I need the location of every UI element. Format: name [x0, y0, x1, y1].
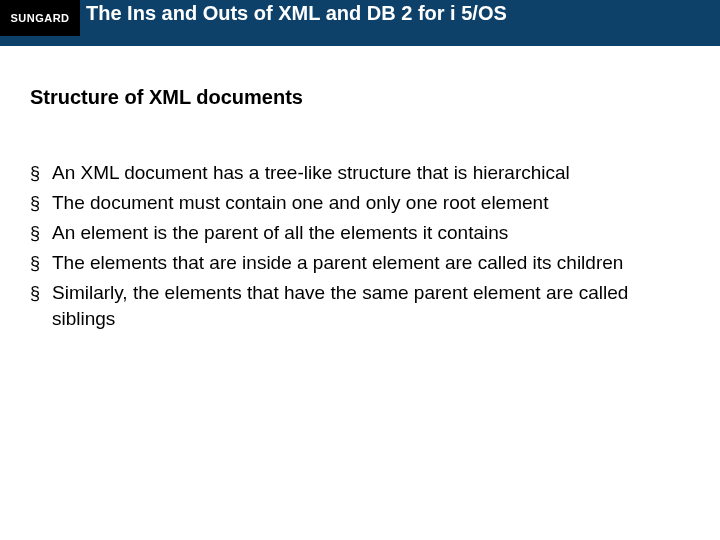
bullet-icon: § — [30, 220, 52, 246]
bullet-text: An element is the parent of all the elem… — [52, 220, 680, 246]
bullet-text: Similarly, the elements that have the sa… — [52, 280, 680, 332]
list-item: § The document must contain one and only… — [30, 190, 680, 216]
bullet-text: The document must contain one and only o… — [52, 190, 680, 216]
list-item: § The elements that are inside a parent … — [30, 250, 680, 276]
content-area: § An XML document has a tree-like struct… — [30, 160, 680, 336]
list-item: § An XML document has a tree-like struct… — [30, 160, 680, 186]
slide-subtitle: Structure of XML documents — [30, 86, 303, 109]
slide-title: The Ins and Outs of XML and DB 2 for i 5… — [86, 2, 507, 25]
logo-text: SUNGARD — [10, 12, 69, 24]
list-item: § An element is the parent of all the el… — [30, 220, 680, 246]
bullet-icon: § — [30, 250, 52, 276]
bullet-text: The elements that are inside a parent el… — [52, 250, 680, 276]
slide: SUNGARD The Ins and Outs of XML and DB 2… — [0, 0, 720, 540]
list-item: § Similarly, the elements that have the … — [30, 280, 680, 332]
bullet-text: An XML document has a tree-like structur… — [52, 160, 680, 186]
header-bar: SUNGARD The Ins and Outs of XML and DB 2… — [0, 0, 720, 46]
logo-box: SUNGARD — [0, 0, 80, 36]
bullet-icon: § — [30, 160, 52, 186]
bullet-icon: § — [30, 280, 52, 306]
bullet-icon: § — [30, 190, 52, 216]
